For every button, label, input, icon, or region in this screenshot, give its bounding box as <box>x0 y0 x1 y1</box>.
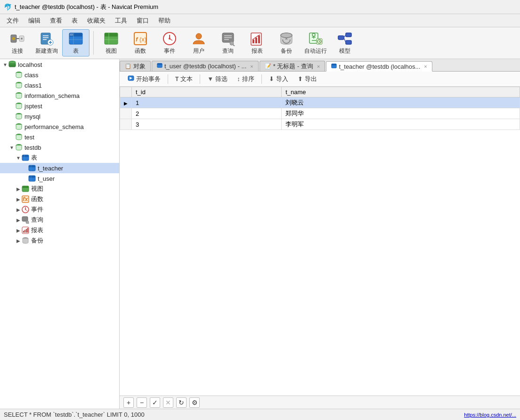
svg-rect-80 <box>22 186 29 188</box>
sidebar-item-class1[interactable]: class1 <box>0 80 119 90</box>
sidebar-item-t-user[interactable]: t_user <box>0 173 119 184</box>
config-btn[interactable]: ⚙ <box>189 397 200 408</box>
table-label: 表 <box>73 47 79 55</box>
tab-objects-label: 对象 <box>133 62 146 71</box>
view-icon <box>104 31 119 46</box>
jsptest-label: jsptest <box>24 103 42 110</box>
menu-edit[interactable]: 编辑 <box>24 15 45 27</box>
sidebar-item-jsptest[interactable]: jsptest <box>0 101 119 111</box>
filter-icon: ▼ <box>207 75 213 82</box>
toolbar-view[interactable]: 视图 <box>98 29 125 57</box>
jsptest-arrow <box>8 103 15 109</box>
toolbar-event[interactable]: 事件 <box>156 29 183 57</box>
tab-query-new[interactable]: 📝 * 无标题 - 查询 × <box>260 61 325 71</box>
toolbar-query[interactable]: 查询 <box>214 29 242 57</box>
tab-query-new-label: * 无标题 - 查询 <box>273 62 313 71</box>
cell-t-id-2[interactable]: 2 <box>132 108 282 119</box>
sidebar-item-class[interactable]: class <box>0 70 119 80</box>
apply-btn[interactable]: ✓ <box>150 397 160 408</box>
data-table-wrap[interactable]: t_id t_name ▶ 1 刘晓云 2 郑同华 <box>120 87 520 396</box>
tab-t-user-close[interactable]: × <box>250 64 253 69</box>
class1-label: class1 <box>24 82 42 89</box>
sidebar-item-tables-group[interactable]: ▼ 表 <box>0 153 119 163</box>
cell-t-name-1[interactable]: 刘晓云 <box>282 97 520 108</box>
autorun-label: 自动运行 <box>304 47 327 55</box>
report-label: 报表 <box>252 47 263 55</box>
sidebar: ▼ localhost class <box>0 59 120 409</box>
cancel-btn[interactable]: ✕ <box>163 397 173 408</box>
reports-arrow: ▶ <box>15 227 22 234</box>
tab-t-teacher-close[interactable]: × <box>424 64 427 69</box>
toolbar-autorun[interactable]: 自动运行 <box>302 29 329 57</box>
table-row[interactable]: ▶ 1 刘晓云 <box>120 97 520 108</box>
cell-t-id-3[interactable]: 3 <box>132 119 282 130</box>
tab-t-user[interactable]: t_user @testdb (localhost) - ... × <box>152 61 259 71</box>
events-arrow: ▶ <box>15 206 22 213</box>
toolbar-table[interactable]: 表 <box>62 29 89 57</box>
sidebar-item-testdb[interactable]: ▼ testdb <box>0 142 119 153</box>
svg-point-29 <box>196 33 202 39</box>
sidebar-item-reports[interactable]: ▶ 报表 <box>0 225 119 235</box>
sidebar-item-perf-schema[interactable]: performance_schema <box>0 121 119 132</box>
toolbar-connect[interactable]: 连接 <box>4 29 31 57</box>
refresh-btn[interactable]: ↻ <box>176 397 187 408</box>
sidebar-item-information-schema[interactable]: information_schema <box>0 90 119 101</box>
event-icon <box>162 31 177 46</box>
menu-table[interactable]: 表 <box>67 15 82 27</box>
sidebar-item-events[interactable]: ▶ 事件 <box>0 204 119 215</box>
testdb-label: testdb <box>24 144 41 151</box>
table-row[interactable]: 3 李明军 <box>120 119 520 130</box>
cell-t-name-3[interactable]: 李明军 <box>282 119 520 130</box>
menu-view[interactable]: 查看 <box>45 15 67 27</box>
add-row-btn[interactable]: + <box>123 397 134 408</box>
import-btn[interactable]: ⬇ 导入 <box>265 73 292 85</box>
table-row[interactable]: 2 郑同华 <box>120 108 520 119</box>
toolbar-model[interactable]: 模型 <box>331 29 358 57</box>
sort-btn[interactable]: ↕ 排序 <box>233 73 259 85</box>
sidebar-item-localhost[interactable]: ▼ localhost <box>0 59 119 70</box>
sidebar-item-t-teacher[interactable]: t_teacher <box>0 163 119 173</box>
sidebar-item-views[interactable]: ▶ 视图 <box>0 184 119 194</box>
svg-rect-18 <box>105 33 118 36</box>
toolbar-func[interactable]: f (x) 函数 <box>127 29 154 57</box>
filter-btn[interactable]: ▼ 筛选 <box>203 73 232 85</box>
sidebar-item-queries[interactable]: ▶ 查询 <box>0 215 119 225</box>
text-btn[interactable]: T 文本 <box>171 73 197 85</box>
bottom-url[interactable]: https://blog.csdn.net/... <box>464 412 516 418</box>
sidebar-item-mysql[interactable]: mysql <box>0 111 119 121</box>
menu-window[interactable]: 窗口 <box>132 15 154 27</box>
toolbar-report[interactable]: 报表 <box>244 29 271 57</box>
export-btn[interactable]: ⬆ 导出 <box>293 73 321 85</box>
toolbar-new-query[interactable]: 新建查询 <box>33 29 60 57</box>
toolbar-user[interactable]: 用户 <box>185 29 212 57</box>
app-icon: 🐬 <box>4 3 12 11</box>
menu-favorites[interactable]: 收藏夹 <box>82 15 110 27</box>
col-t-id[interactable]: t_id <box>132 87 282 97</box>
menu-help[interactable]: 帮助 <box>154 15 175 27</box>
sidebar-item-funcs[interactable]: ▶ fx 函数 <box>0 194 119 204</box>
begin-tx-btn[interactable]: 开始事务 <box>123 73 165 85</box>
sidebar-item-test[interactable]: test <box>0 132 119 142</box>
menu-tools[interactable]: 工具 <box>110 15 132 27</box>
sort-label: 排序 <box>242 75 254 83</box>
svg-rect-91 <box>23 231 24 233</box>
tab-objects[interactable]: 📋 对象 <box>120 61 151 71</box>
data-table: t_id t_name ▶ 1 刘晓云 2 郑同华 <box>120 87 520 130</box>
sidebar-item-backup[interactable]: ▶ 备份 <box>0 235 119 246</box>
t-teacher-icon <box>28 164 36 172</box>
export-label: 导出 <box>305 75 317 83</box>
toolbar-backup[interactable]: 备份 <box>273 29 300 57</box>
row-marker-2 <box>120 108 132 119</box>
menu-file[interactable]: 文件 <box>2 15 24 27</box>
tab-query-new-close[interactable]: × <box>317 64 320 69</box>
tab-t-teacher[interactable]: t_teacher @testdb (localhos... × <box>326 61 432 72</box>
svg-rect-72 <box>29 165 35 167</box>
svg-rect-93 <box>26 229 27 233</box>
delete-row-btn[interactable]: − <box>137 397 147 408</box>
ps-db-icon <box>15 123 23 130</box>
col-t-name[interactable]: t_name <box>282 87 520 97</box>
views-label: 视图 <box>31 185 43 193</box>
query-label: 查询 <box>222 47 234 55</box>
cell-t-name-2[interactable]: 郑同华 <box>282 108 520 119</box>
cell-t-id-1[interactable]: 1 <box>132 97 282 108</box>
